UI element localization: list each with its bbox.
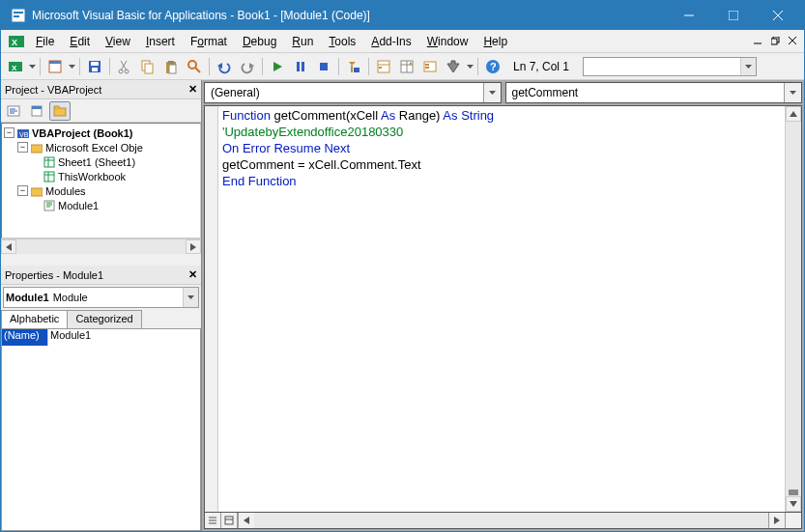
toggle-folders-button[interactable] [49,101,71,121]
collapse-icon[interactable]: − [4,127,14,138]
tree-module1[interactable]: Module1 [58,200,99,211]
project-close-button[interactable]: ✕ [184,81,201,98]
menu-insert[interactable]: Insert [138,33,183,50]
menu-debug[interactable]: Debug [235,33,284,50]
menu-help[interactable]: Help [475,33,515,50]
workbook-icon [43,170,56,183]
tab-alphabetic[interactable]: Alphabetic [1,310,68,329]
menu-window[interactable]: Window [419,33,476,50]
object-browser-button[interactable] [419,56,441,77]
scroll-left-icon[interactable] [238,513,254,528]
design-mode-button[interactable] [343,56,364,77]
svg-rect-68 [44,172,54,182]
scroll-right-icon[interactable] [186,239,201,254]
svg-marker-38 [349,62,356,66]
find-button[interactable] [184,56,205,77]
svg-marker-81 [790,111,797,117]
collapse-icon[interactable]: − [17,185,28,196]
procedure-combo[interactable]: getComment [505,82,803,103]
menu-format[interactable]: Format [183,33,235,50]
folder-icon [30,141,43,154]
menu-file[interactable]: File [28,33,62,50]
toolbox-button[interactable] [443,56,464,77]
tree-hscrollbar[interactable] [1,238,201,254]
paste-button[interactable] [160,56,182,77]
mdi-close-button[interactable] [785,34,800,49]
scroll-right-icon[interactable] [768,513,785,528]
project-explorer-button[interactable] [373,56,394,77]
svg-marker-34 [273,62,282,71]
reset-button[interactable] [313,56,334,77]
run-button[interactable] [267,56,288,77]
svg-line-31 [195,68,200,72]
svg-rect-65 [44,157,54,167]
menu-view[interactable]: View [98,33,138,50]
break-button[interactable] [290,56,311,77]
copy-button[interactable] [137,56,158,77]
collapse-icon[interactable]: − [17,142,28,153]
scroll-left-icon[interactable] [1,239,16,254]
svg-text:X: X [12,64,17,72]
svg-rect-86 [225,517,233,524]
sheet-icon [43,155,56,169]
dropdown-arrow-icon[interactable] [466,65,474,69]
properties-grid[interactable]: (Name) Module1 [1,328,201,531]
redo-button[interactable] [237,56,258,77]
undo-button[interactable] [214,56,235,77]
tree-thisworkbook[interactable]: ThisWorkbook [58,171,126,182]
menu-tools[interactable]: Tools [321,33,363,50]
properties-pane-title: Properties - Module1 [5,269,103,281]
svg-rect-2 [14,15,19,17]
code-hscrollbar[interactable] [254,513,768,528]
view-code-button[interactable] [3,101,24,121]
tree-project[interactable]: VBAProject (Book1) [32,127,133,139]
properties-close-button[interactable]: ✕ [184,266,201,284]
full-module-view-button[interactable] [221,513,238,528]
prop-value-cell[interactable]: Module1 [48,329,200,346]
cut-button[interactable] [114,56,135,77]
menu-run[interactable]: Run [284,33,321,50]
toolbar-combo[interactable] [583,57,757,76]
insert-button[interactable] [44,56,66,77]
project-pane-title: Project - VBAProject [5,84,101,96]
minimize-button[interactable] [667,1,711,30]
tree-sheet1[interactable]: Sheet1 (Sheet1) [58,156,135,168]
code-editor[interactable]: Function getComment(xCell As Range) As S… [218,106,785,512]
properties-button[interactable] [396,56,417,77]
dropdown-arrow-icon[interactable] [68,65,75,69]
svg-marker-77 [190,243,196,251]
prop-name-cell[interactable]: (Name) [2,329,48,346]
project-tree[interactable]: −VBVBAProject (Book1) −Microsoft Excel O… [1,123,201,238]
tab-categorized[interactable]: Categorized [67,310,141,329]
mdi-restore-button[interactable] [767,34,783,49]
view-object-button[interactable] [26,101,47,121]
procedure-combo-value: getComment [512,86,579,99]
chevron-down-icon [784,83,801,102]
sizegrip [785,513,801,528]
project-toolbar [1,99,201,123]
close-button[interactable] [756,1,800,30]
code-vscrollbar[interactable] [785,106,801,512]
save-button[interactable] [84,56,105,77]
properties-object-combo[interactable]: Module1 Module [3,287,199,308]
menu-addins[interactable]: Add-Ins [363,33,418,50]
svg-rect-43 [379,67,382,69]
svg-rect-60 [32,106,42,109]
scroll-up-icon[interactable] [786,106,801,122]
svg-rect-71 [31,188,43,196]
scroll-down-icon[interactable] [786,496,801,512]
mdi-minimize-button[interactable] [750,34,765,49]
svg-rect-28 [168,61,174,64]
tree-modules[interactable]: Modules [45,185,86,197]
menu-edit[interactable]: Edit [62,33,98,50]
view-excel-button[interactable]: X [5,56,26,77]
svg-marker-79 [489,91,496,95]
help-button[interactable]: ? [482,56,503,77]
excel-icon[interactable]: X [9,34,24,49]
svg-marker-51 [467,65,474,69]
procedure-view-button[interactable] [205,513,221,528]
object-combo[interactable]: (General) [204,82,502,103]
tree-excel-objects[interactable]: Microsoft Excel Obje [45,142,143,154]
dropdown-arrow-icon[interactable] [28,65,36,69]
maximize-button[interactable] [711,1,756,30]
